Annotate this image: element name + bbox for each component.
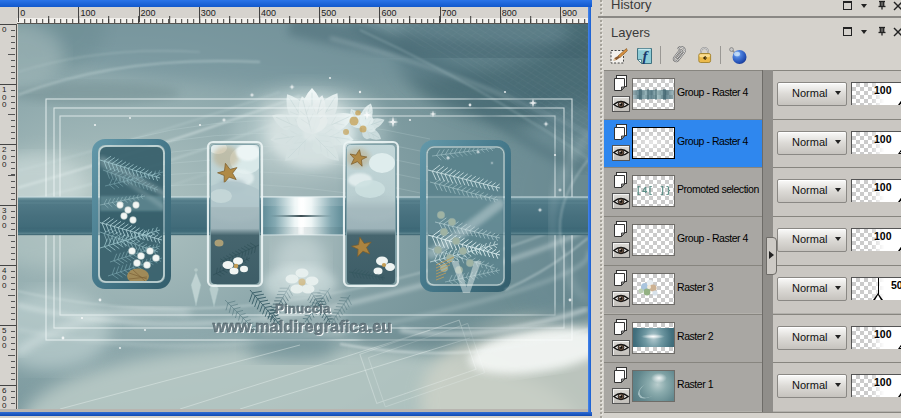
svg-text:www.maldiregrafica.eu: www.maldiregrafica.eu [211,317,391,335]
svg-text:Pinuccia: Pinuccia [275,301,331,316]
svg-text:V: V [451,251,482,303]
